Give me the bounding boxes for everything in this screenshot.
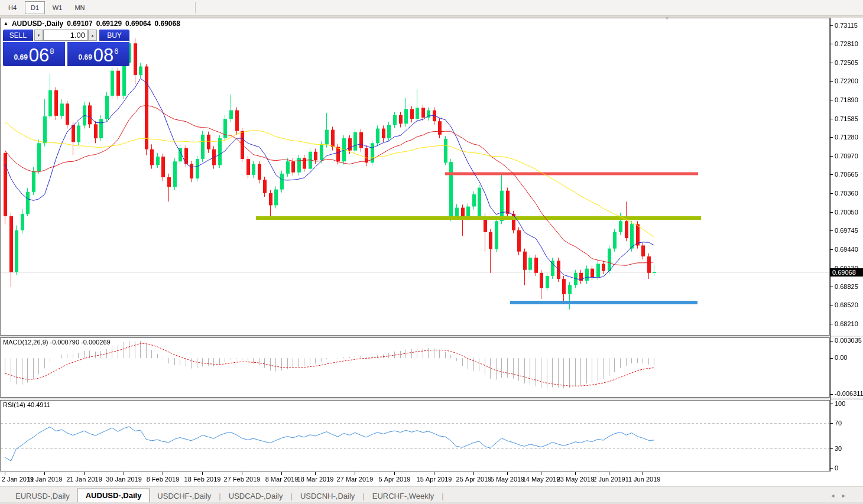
tab-scroll-right-icon[interactable]: ►	[841, 493, 852, 499]
timeframe-d1-button[interactable]: D1	[25, 1, 45, 14]
macd-label: MACD(12,26,9) -0.000790 -0.000269	[3, 339, 111, 346]
symbol-label: AUDUSD-,Daily	[12, 19, 63, 28]
chart-tab-usdchf-daily[interactable]: USDCHF-,Daily	[150, 490, 218, 502]
buy-price-pip-digit: 6	[114, 47, 118, 56]
timeframe-toolbar: H4 D1 W1 MN	[0, 0, 863, 15]
buy-price-big-digits: 08	[93, 47, 113, 64]
chart-tab-usdcad-daily[interactable]: USDCAD-,Daily	[222, 490, 290, 502]
chart-tab-eurusd-daily[interactable]: EURUSD-,Daily	[8, 490, 77, 502]
current-price-tag: 0.69068	[830, 268, 863, 277]
volume-input[interactable]	[43, 30, 88, 41]
sell-price-prefix: 0.69	[14, 53, 27, 61]
toolbar-separator	[195, 2, 196, 13]
close-value: 0.69068	[154, 19, 180, 28]
rsi-label: RSI(14) 40.4911	[3, 401, 50, 408]
timeframe-w1-button[interactable]: W1	[47, 1, 67, 14]
tab-separator: |	[441, 492, 444, 502]
tab-scroll-left-icon[interactable]: ◄	[830, 493, 841, 499]
buy-button[interactable]: BUY	[99, 30, 129, 41]
volume-increase-button[interactable]: ▲	[88, 30, 97, 41]
collapse-triangle-icon[interactable]: ▲	[4, 21, 8, 26]
buy-price-prefix: 0.69	[78, 53, 92, 61]
chart-canvas[interactable]	[0, 0, 863, 504]
open-value: 0.69107	[67, 19, 92, 28]
tab-scroll-arrows[interactable]: ◄►	[830, 493, 852, 499]
sell-button[interactable]: SELL	[3, 30, 33, 41]
timeframe-mn-button[interactable]: MN	[70, 1, 90, 14]
high-value: 0.69129	[96, 19, 122, 28]
platform-window: H4 D1 W1 MN ▲ AUDUSD-,Daily 0.69107 0.69…	[0, 0, 863, 504]
one-click-trade-panel: SELL ▼ ▲ BUY 0.69 06 8 0.69 08 6	[3, 30, 129, 66]
chart-tabs: EURUSD-,DailyAUDUSD-,DailyUSDCHF-,Daily|…	[8, 489, 445, 502]
chart-tab-eurchf-weekly[interactable]: EURCHF-,Weekly	[365, 490, 442, 502]
sell-price-big-digits: 06	[29, 47, 49, 64]
chart-tab-audusd-daily[interactable]: AUDUSD-,Daily	[77, 489, 151, 502]
chart-tab-usdcnh-daily[interactable]: USDCNH-,Daily	[293, 490, 362, 502]
chart-ohlc-header: ▲ AUDUSD-,Daily 0.69107 0.69129 0.69064 …	[4, 19, 180, 28]
sell-price-pip-digit: 8	[50, 47, 54, 56]
buy-price-button[interactable]: 0.69 08 6	[67, 42, 129, 66]
timeframe-h4-button[interactable]: H4	[2, 1, 22, 14]
volume-decrease-button[interactable]: ▼	[34, 30, 43, 41]
sell-price-button[interactable]: 0.69 06 8	[3, 42, 65, 66]
chart-scroll-anchor-icon[interactable]: ▼	[664, 15, 670, 21]
low-value: 0.69064	[125, 19, 151, 28]
chart-tab-bar: EURUSD-,DailyAUDUSD-,DailyUSDCHF-,Daily|…	[0, 486, 863, 504]
